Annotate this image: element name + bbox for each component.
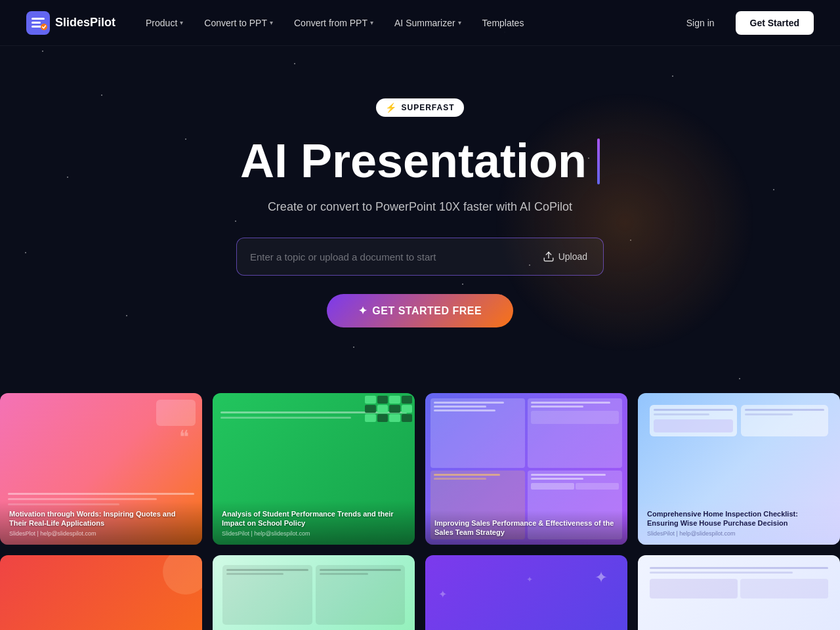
logo[interactable]: SlidesPilot (26, 11, 116, 35)
presentation-card-sales[interactable]: Improving Sales Performance & Effectiven… (425, 393, 627, 545)
card-content-motivation: Motivation through Words: Inspiring Quot… (0, 501, 202, 545)
mini-slide-2 (528, 398, 622, 468)
card-footer-motivation: SlidesPlot | help@slidespilot.com (9, 530, 193, 537)
nav-left: SlidesPilot Product ▾ Convert to PPT ▾ C… (26, 11, 533, 35)
topic-input-area: Upload (236, 238, 604, 276)
card-footer-student: SlidesPilot | help@slidespilot.com (222, 530, 406, 537)
nav-item-templates[interactable]: Templates (473, 12, 534, 33)
presentation-cards-section: ❝ Motivation through Words: Inspiring Qu… (0, 393, 840, 630)
nav-right: Sign in Get Started (676, 11, 814, 35)
cta-label: GET STARTED FREE (372, 305, 482, 317)
nav-item-convert-to-ppt[interactable]: Convert to PPT ▾ (195, 12, 282, 33)
chevron-down-icon: ▾ (270, 19, 273, 26)
presentation-card-celebrating[interactable]: ✦ ✦ ✦ Celebrating Success: Impressive Ac… (425, 555, 627, 630)
nav-menu: Product ▾ Convert to PPT ▾ Convert from … (136, 12, 533, 33)
chevron-down-icon: ▾ (370, 19, 373, 26)
nav-label-convert-to-ppt: Convert to PPT (204, 18, 267, 28)
hero-section: ⚡ SUPERFAST AI Presentation Create or co… (0, 46, 840, 354)
chevron-down-icon: ▾ (180, 19, 183, 26)
cta-button[interactable]: ✦ GET STARTED FREE (327, 294, 513, 327)
superfast-badge: ⚡ SUPERFAST (376, 98, 463, 117)
logo-text: SlidesPilot (55, 16, 116, 30)
hero-title: AI Presentation (26, 135, 814, 187)
hero-title-text: AI Presentation (240, 135, 587, 187)
card-title-home: Comprehensive Home Inspection Checklist:… (647, 509, 831, 528)
card-column-1: ❝ Motivation through Words: Inspiring Qu… (0, 393, 202, 630)
mini-slide-1 (430, 398, 525, 468)
logo-icon (26, 11, 50, 35)
card-column-2: Analysis of Student Performance Trends a… (213, 393, 415, 630)
card-footer-home: SlidesPilot | help@slidespilot.com (647, 530, 831, 537)
nav-label-product: Product (146, 18, 177, 28)
card-title-student: Analysis of Student Performance Trends a… (222, 509, 406, 528)
card-title-motivation: Motivation through Words: Inspiring Quot… (9, 509, 193, 528)
chevron-down-icon: ▾ (458, 19, 461, 26)
nav-item-ai-summarizer[interactable]: AI Summarizer ▾ (385, 12, 471, 33)
sign-in-button[interactable]: Sign in (676, 12, 725, 33)
hero-subtitle: Create or convert to PowerPoint 10X fast… (26, 200, 814, 214)
sparkle-icon: ✦ (358, 304, 368, 317)
nav-label-convert-from-ppt: Convert from PPT (294, 18, 368, 28)
upload-icon (543, 251, 555, 262)
presentation-card-employee[interactable]: Employee Career Development: Potential a… (638, 555, 840, 630)
nav-item-convert-from-ppt[interactable]: Convert from PPT ▾ (285, 12, 383, 33)
upload-button[interactable]: Upload (537, 247, 593, 266)
navbar: SlidesPilot Product ▾ Convert to PPT ▾ C… (0, 0, 840, 46)
presentation-card-home[interactable]: Comprehensive Home Inspection Checklist:… (638, 393, 840, 545)
presentation-card-future[interactable]: Future Learning Approaches (213, 555, 415, 630)
svg-point-4 (41, 24, 47, 30)
nav-label-ai-summarizer: AI Summarizer (394, 18, 455, 28)
lightning-icon: ⚡ (385, 102, 397, 113)
presentation-card-efficiency[interactable]: Maximizing Efficiency: A Guide to Time M… (0, 555, 202, 630)
get-started-nav-button[interactable]: Get Started (736, 11, 814, 35)
card-column-3: Improving Sales Performance & Effectiven… (425, 393, 627, 630)
nav-item-product[interactable]: Product ▾ (136, 12, 192, 33)
card-content-sales: Improving Sales Performance & Effectiven… (425, 511, 627, 545)
card-column-4: Comprehensive Home Inspection Checklist:… (638, 393, 840, 630)
title-cursor (597, 138, 600, 184)
svg-rect-2 (32, 22, 41, 24)
card-title-sales: Improving Sales Performance & Effectiven… (434, 518, 618, 537)
upload-label: Upload (558, 251, 587, 262)
card-content-home: Comprehensive Home Inspection Checklist:… (638, 501, 840, 545)
presentation-card-motivation[interactable]: ❝ Motivation through Words: Inspiring Qu… (0, 393, 202, 545)
svg-rect-1 (32, 18, 45, 20)
nav-label-templates: Templates (482, 18, 524, 28)
topic-input[interactable] (250, 251, 537, 262)
badge-text: SUPERFAST (401, 103, 454, 112)
presentation-card-student[interactable]: Analysis of Student Performance Trends a… (213, 393, 415, 545)
card-content-student: Analysis of Student Performance Trends a… (213, 501, 415, 545)
